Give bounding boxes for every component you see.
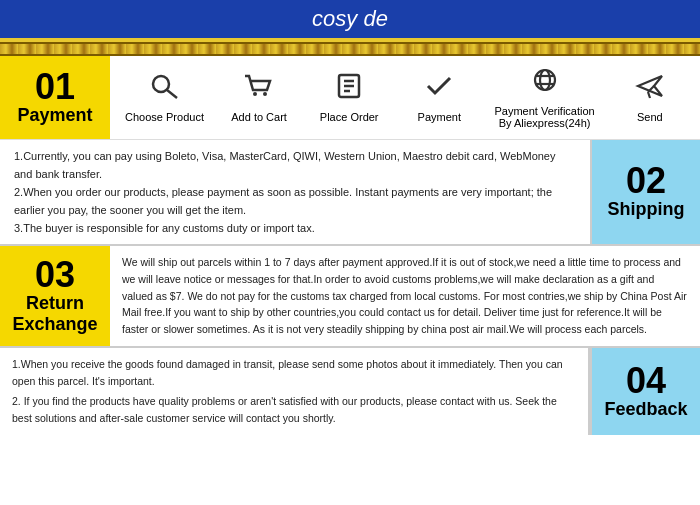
feedback-text: 1.When you receive the goods found damag… [0,348,590,435]
return-number: 03 [35,257,75,293]
shipping-return-body: We will ship out parcels within 1 to 7 d… [122,256,687,335]
feedback-number: 04 [626,363,666,399]
shipping-number: 02 [626,163,666,199]
svg-point-3 [263,92,267,96]
shipping-return-text: We will ship out parcels within 1 to 7 d… [110,246,700,346]
payment-icon [423,72,455,107]
step-choose-product: Choose Product [125,72,204,123]
feedback-line-2: 2. If you find the products have quality… [12,393,576,428]
payment-steps: Choose Product Add to Cart [110,56,700,139]
payment-line-2: 2.When you order our products, please pa… [14,184,576,219]
return-title-line2: Exchange [12,314,97,335]
step-add-to-cart: Add to Cart [224,72,294,123]
svg-point-8 [535,70,555,90]
step-add-to-cart-label: Add to Cart [231,111,287,123]
order-icon [333,72,365,107]
payment-info-row: 1.Currently, you can pay using Boleto, V… [0,140,700,246]
step-verification-label: Payment VerificationBy Aliexpress(24h) [494,105,594,129]
payment-title: Payment [17,105,92,126]
cart-icon [243,72,275,107]
plane-icon [634,72,666,107]
step-payment-label: Payment [418,111,461,123]
shipping-return-row: 03 Return Exchange We will ship out parc… [0,246,700,348]
shipping-label: 02 Shipping [590,140,700,244]
step-payment-verification: Payment VerificationBy Aliexpress(24h) [494,66,594,129]
payment-text: 1.Currently, you can pay using Boleto, V… [0,140,590,244]
payment-label: 01 Payment [0,56,110,139]
step-place-order-label: Place Order [320,111,379,123]
rope-divider [0,42,700,56]
payment-number: 01 [35,69,75,105]
step-send: Send [615,72,685,123]
svg-point-2 [253,92,257,96]
svg-point-0 [153,76,169,92]
step-send-label: Send [637,111,663,123]
svg-point-9 [540,70,550,90]
shipping-title: Shipping [608,199,685,220]
search-icon [149,72,181,107]
return-exchange-label: 03 Return Exchange [0,246,110,346]
payment-line-3: 3.The buyer is responsible for any custo… [14,220,576,238]
payment-line-1: 1.Currently, you can pay using Boleto, V… [14,148,576,183]
step-payment: Payment [404,72,474,123]
site-title: cosy de [312,6,388,31]
svg-line-1 [167,90,177,98]
step-place-order: Place Order [314,72,384,123]
feedback-title: Feedback [604,399,687,420]
page-header: cosy de [0,0,700,42]
feedback-line-1: 1.When you receive the goods found damag… [12,356,576,391]
svg-line-13 [648,92,650,98]
return-title-line1: Return [26,293,84,314]
feedback-label: 04 Feedback [590,348,700,435]
globe-icon [529,66,561,101]
section-01-payment: 01 Payment Choose Product Ad [0,56,700,140]
step-choose-product-label: Choose Product [125,111,204,123]
feedback-row: 1.When you receive the goods found damag… [0,348,700,435]
